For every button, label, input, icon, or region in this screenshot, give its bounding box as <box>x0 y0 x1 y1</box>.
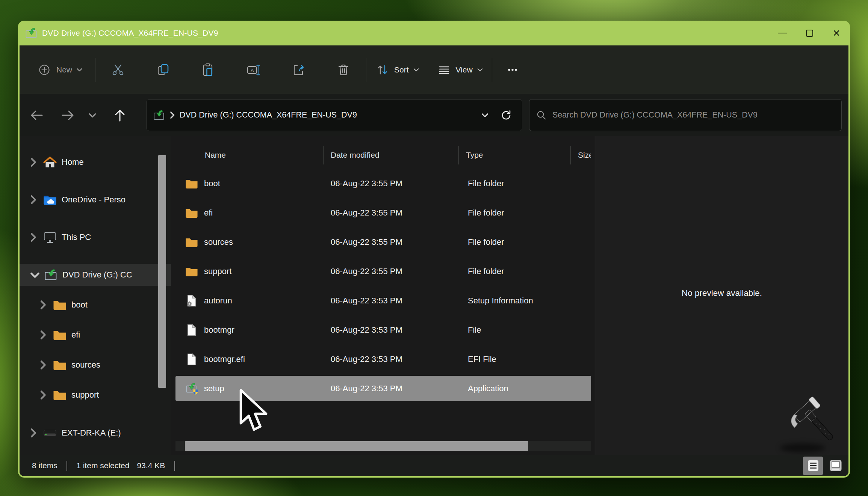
file-date: 06-Aug-22 3:53 PM <box>324 354 459 364</box>
file-type: EFI File <box>459 354 571 364</box>
more-options-button[interactable] <box>502 59 523 80</box>
horizontal-scrollbar[interactable] <box>175 441 591 451</box>
dvd-drive-icon <box>25 27 38 39</box>
sidebar-item-efi[interactable]: efi <box>20 324 171 346</box>
column-headers: Name Date modified Type Size <box>175 139 591 171</box>
chevron-down-icon <box>413 68 419 72</box>
view-icon <box>437 63 451 77</box>
table-row[interactable]: autorun 06-Aug-22 3:53 PM Setup Informat… <box>175 288 591 313</box>
delete-button[interactable] <box>333 59 354 80</box>
sidebar-item-label: Home <box>62 157 84 167</box>
file-list-pane: Name Date modified Type Size boot 06-Aug… <box>171 136 595 455</box>
file-name: autorun <box>204 296 232 306</box>
table-row[interactable]: efi 06-Aug-22 3:55 PM File folder <box>175 200 591 225</box>
table-row[interactable]: bootmgr 06-Aug-22 3:53 PM File <box>175 317 591 342</box>
breadcrumb[interactable]: DVD Drive (G:) CCCOMA_X64FRE_EN-US_DV9 <box>180 110 472 120</box>
sidebar-item-dvd-drive[interactable]: DVD Drive (G:) CC <box>20 264 171 286</box>
folder-icon <box>53 329 67 341</box>
table-row[interactable]: boot 06-Aug-22 3:55 PM File folder <box>175 171 591 196</box>
chevron-right-icon <box>30 195 36 205</box>
chevron-down-icon <box>477 68 483 72</box>
file-type: File folder <box>459 267 571 276</box>
paste-icon <box>201 62 216 77</box>
chevron-right-icon <box>40 390 46 400</box>
folder-icon <box>185 265 198 277</box>
sidebar-item-home[interactable]: Home <box>20 151 171 173</box>
rename-button[interactable]: A <box>243 59 264 80</box>
toolbar-divider <box>366 58 366 82</box>
search-box[interactable] <box>529 99 842 131</box>
file-explorer-window: DVD Drive (G:) CCCOMA_X64FRE_EN-US_DV9 ✕… <box>18 21 850 478</box>
view-label: View <box>456 65 473 74</box>
home-icon <box>43 156 57 168</box>
chevron-down-icon <box>89 113 96 118</box>
sidebar-scrollbar[interactable] <box>158 136 166 455</box>
column-header-date-modified[interactable]: Date modified <box>324 146 459 164</box>
folder-icon <box>53 299 67 311</box>
column-header-type[interactable]: Type <box>459 146 571 164</box>
svg-text:A: A <box>251 68 254 73</box>
address-dropdown-button[interactable] <box>477 103 492 127</box>
chevron-right-icon <box>40 360 46 370</box>
close-button[interactable]: ✕ <box>823 21 850 45</box>
new-button[interactable]: New <box>37 62 82 77</box>
horizontal-scrollbar-thumb[interactable] <box>185 441 528 451</box>
rename-icon: A <box>246 62 261 77</box>
sidebar-item-label: DVD Drive (G:) CC <box>62 270 132 280</box>
sort-button[interactable]: Sort <box>375 63 419 77</box>
file-date: 06-Aug-22 3:53 PM <box>324 384 459 393</box>
chevron-right-icon <box>30 157 36 167</box>
share-button[interactable] <box>288 59 309 80</box>
copy-button[interactable] <box>153 59 174 80</box>
hammer-image <box>789 396 846 451</box>
table-row[interactable]: support 06-Aug-22 3:55 PM File folder <box>175 259 591 284</box>
share-icon <box>291 62 306 77</box>
sidebar-item-onedrive[interactable]: OneDrive - Perso <box>20 189 171 211</box>
sort-label: Sort <box>394 65 409 74</box>
table-row[interactable]: bootmgr.efi 06-Aug-22 3:53 PM EFI File <box>175 347 591 372</box>
forward-button[interactable] <box>57 103 79 127</box>
details-view-button[interactable] <box>803 457 823 475</box>
setup-application-icon <box>185 383 198 395</box>
setup-information-icon <box>185 295 198 307</box>
file-name: bootmgr <box>204 325 234 335</box>
minimize-button[interactable] <box>769 21 796 45</box>
refresh-button[interactable] <box>497 103 515 127</box>
this-pc-icon <box>43 231 57 243</box>
sidebar-item-label: support <box>71 390 99 400</box>
drive-icon <box>43 427 57 439</box>
sidebar-item-this-pc[interactable]: This PC <box>20 226 171 248</box>
maximize-icon <box>806 30 813 37</box>
sidebar-item-sources[interactable]: sources <box>20 354 171 376</box>
up-button[interactable] <box>109 103 131 127</box>
sidebar-item-ext-drive[interactable]: EXT-DR-KA (E:) <box>20 422 171 444</box>
chevron-right-icon <box>30 428 36 438</box>
paste-button[interactable] <box>198 59 219 80</box>
folder-icon <box>53 389 67 401</box>
recent-locations-button[interactable] <box>84 103 101 127</box>
table-row[interactable]: sources 06-Aug-22 3:55 PM File folder <box>175 229 591 255</box>
back-button[interactable] <box>26 103 47 127</box>
view-button[interactable]: View <box>437 63 483 77</box>
address-bar[interactable]: DVD Drive (G:) CCCOMA_X64FRE_EN-US_DV9 <box>147 99 522 131</box>
thumbnail-view-icon <box>829 460 842 472</box>
column-header-size[interactable]: Size <box>571 146 591 164</box>
sidebar-item-boot[interactable]: boot <box>20 294 171 316</box>
search-input[interactable] <box>552 110 835 120</box>
maximize-button[interactable] <box>796 21 823 45</box>
up-arrow-icon <box>113 107 127 123</box>
preview-message: No preview available. <box>595 288 848 298</box>
search-icon <box>536 110 546 120</box>
forward-arrow-icon <box>60 109 76 122</box>
title-bar[interactable]: DVD Drive (G:) CCCOMA_X64FRE_EN-US_DV9 ✕ <box>18 21 850 45</box>
sidebar-scrollbar-thumb[interactable] <box>158 155 166 388</box>
file-type: File <box>459 325 571 335</box>
file-date: 06-Aug-22 3:55 PM <box>324 237 459 247</box>
large-thumbnails-view-button[interactable] <box>826 457 845 475</box>
table-row-selected[interactable]: setup 06-Aug-22 3:53 PM Application <box>175 376 591 401</box>
chevron-down-icon <box>481 113 488 118</box>
column-header-name[interactable]: Name <box>175 146 324 164</box>
cut-button[interactable] <box>107 59 129 80</box>
sidebar-item-support[interactable]: support <box>20 384 171 406</box>
chevron-right-icon <box>40 330 46 340</box>
